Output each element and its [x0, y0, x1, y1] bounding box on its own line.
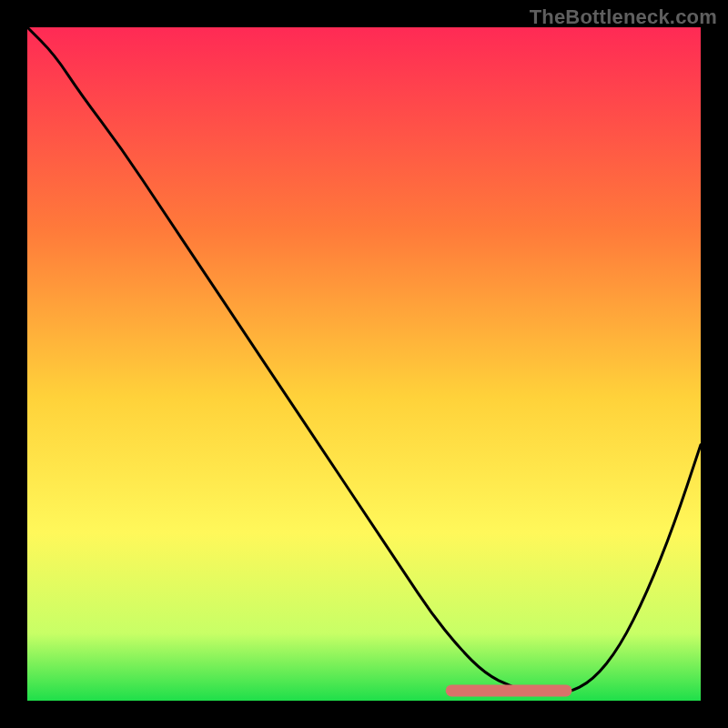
watermark-text: TheBottleneck.com [530, 5, 717, 29]
bottleneck-chart [27, 27, 701, 701]
outer-frame: TheBottleneck.com [0, 0, 728, 728]
gradient-background [27, 27, 701, 701]
